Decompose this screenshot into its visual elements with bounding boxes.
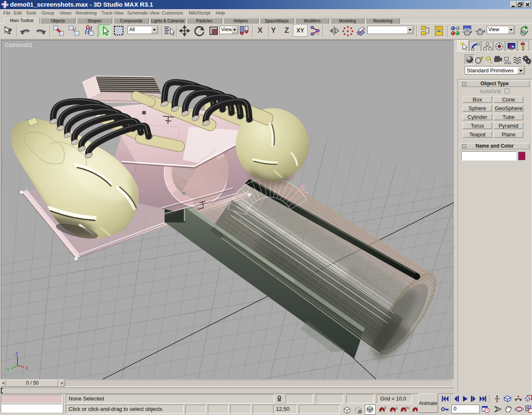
svg-text:%: % <box>406 406 409 410</box>
svg-text:Z: Z <box>15 352 18 356</box>
svg-text:?: ? <box>8 27 12 36</box>
svg-text:X: X <box>25 366 28 371</box>
svg-text:Camera01: Camera01 <box>5 42 32 48</box>
svg-text:∠: ∠ <box>395 406 398 410</box>
svg-text:Y: Y <box>7 368 10 372</box>
svg-text:3: 3 <box>384 406 386 410</box>
